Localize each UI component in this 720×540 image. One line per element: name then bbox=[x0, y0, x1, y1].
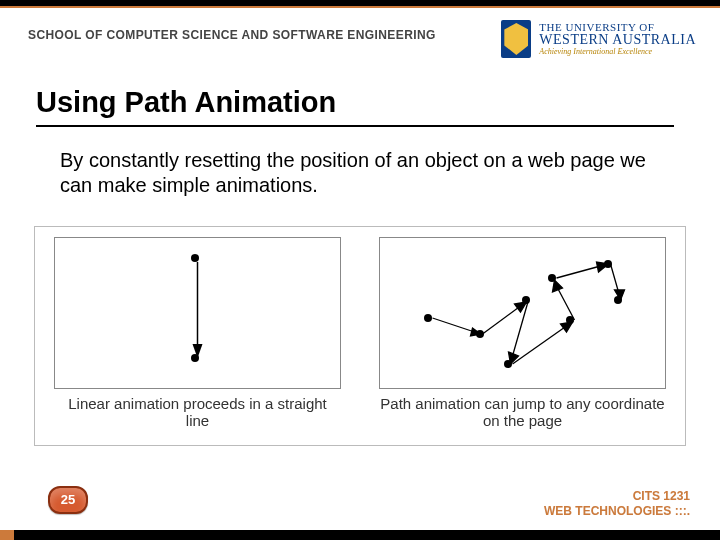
dot-icon bbox=[604, 260, 612, 268]
dot-icon bbox=[424, 314, 432, 322]
page-number-badge: 25 bbox=[48, 486, 88, 514]
illustration-figure: Linear animation proceeds in a straight … bbox=[34, 226, 686, 446]
footer-course-info: CITS 1231 WEB TECHNOLOGIES :::. bbox=[544, 489, 690, 518]
university-logo: THE UNIVERSITY OF WESTERN AUSTRALIA Achi… bbox=[501, 20, 696, 58]
uni-line2: WESTERN AUSTRALIA bbox=[539, 32, 696, 47]
svg-marker-11 bbox=[553, 280, 563, 292]
left-caption: Linear animation proceeds in a straight … bbox=[55, 395, 340, 430]
right-panel: Path animation can jump to any coordinat… bbox=[380, 237, 665, 445]
svg-line-4 bbox=[483, 306, 521, 334]
left-panel: Linear animation proceeds in a straight … bbox=[55, 237, 340, 445]
uni-line1: THE UNIVERSITY OF bbox=[539, 21, 654, 33]
path-animation-box bbox=[379, 237, 666, 389]
path-arrows-icon bbox=[380, 238, 665, 388]
svg-line-14 bbox=[611, 264, 619, 292]
uni-tagline: Achieving International Excellence bbox=[539, 47, 652, 56]
dot-icon bbox=[522, 296, 530, 304]
dot-icon bbox=[548, 274, 556, 282]
bottom-border bbox=[0, 530, 720, 540]
svg-line-12 bbox=[557, 266, 601, 278]
linear-animation-box bbox=[54, 237, 341, 389]
dot-icon bbox=[191, 354, 199, 362]
slide-body-text: By constantly resetting the position of … bbox=[60, 148, 660, 198]
uwa-crest-icon bbox=[501, 20, 531, 58]
svg-line-10 bbox=[557, 286, 575, 320]
svg-line-2 bbox=[433, 318, 475, 332]
course-code: CITS 1231 bbox=[544, 489, 690, 503]
department-name: SCHOOL OF COMPUTER SCIENCE AND SOFTWARE … bbox=[28, 28, 436, 42]
svg-line-8 bbox=[513, 326, 567, 364]
dot-icon bbox=[476, 330, 484, 338]
top-border bbox=[0, 0, 720, 8]
dot-icon bbox=[191, 254, 199, 262]
dot-icon bbox=[614, 296, 622, 304]
course-subtitle: WEB TECHNOLOGIES :::. bbox=[544, 504, 690, 518]
slide-title: Using Path Animation bbox=[36, 86, 674, 127]
dot-icon bbox=[504, 360, 512, 368]
right-caption: Path animation can jump to any coordinat… bbox=[380, 395, 665, 430]
dot-icon bbox=[566, 316, 574, 324]
university-name: THE UNIVERSITY OF WESTERN AUSTRALIA Achi… bbox=[539, 22, 696, 57]
